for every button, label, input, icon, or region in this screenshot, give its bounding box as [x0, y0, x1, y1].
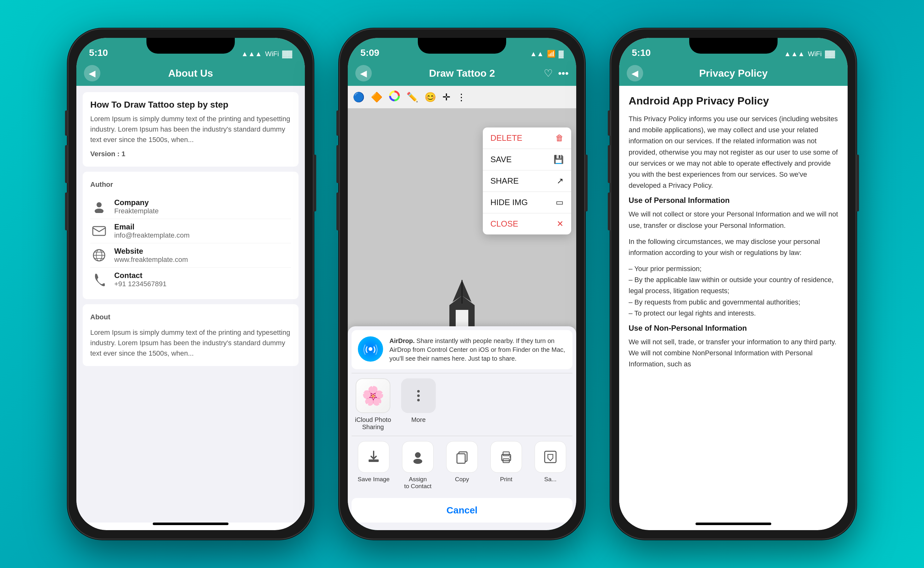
contact-label: Contact [114, 271, 167, 280]
home-indicator [153, 523, 228, 525]
author-row-contact: Contact +91 1234567891 [90, 267, 291, 292]
context-delete[interactable]: DELETE 🗑 [483, 127, 571, 149]
tattoo-nav-bar: ◀ Draw Tattoo 2 ♡ ••• [348, 60, 576, 86]
email-label: Email [114, 222, 190, 231]
context-save[interactable]: SAVE 💾 [483, 149, 571, 171]
about-description: Lorem Ipsum is simply dummy text of the … [90, 327, 291, 358]
heart-icon[interactable]: ♡ [544, 67, 553, 79]
save-image-label: Save Image [358, 476, 390, 483]
mute-button[interactable] [608, 110, 610, 136]
svg-point-0 [97, 202, 102, 207]
personal-info-p2: In the following circumstances, we may d… [629, 236, 838, 258]
person-icon [90, 198, 108, 216]
print-label: Print [500, 476, 512, 483]
volume-up-button[interactable] [608, 145, 610, 183]
move-tool[interactable]: ✛ [442, 92, 450, 103]
company-label: Company [114, 198, 159, 207]
battery-icon: ▓ [559, 50, 564, 58]
nav-bar: ◀ About Us [76, 60, 305, 86]
phone-about-us: 5:10 ▲▲▲ WiFi ▓▓ ◀ About Us How To Draw … [68, 29, 314, 539]
phone-draw-tattoo: 5:09 ▲▲ 📶 ▓ ◀ Draw Tattoo 2 ♡ ••• 🔵 [339, 29, 585, 539]
svg-point-9 [368, 347, 372, 351]
mute-button[interactable] [65, 110, 68, 136]
icloud-photo-sharing[interactable]: 🌸 iCloud PhotoSharing [354, 378, 392, 431]
svg-rect-10 [368, 459, 379, 462]
face-tool[interactable]: 😊 [424, 92, 436, 103]
non-personal-info-heading: Use of Non-Personal Information [629, 324, 838, 332]
personal-info-heading: Use of Personal Information [629, 196, 838, 205]
nav-title: About Us [168, 68, 213, 79]
print-action[interactable]: Print [484, 436, 528, 495]
save-more-action[interactable]: Sa... [528, 436, 572, 495]
airdrop-section: AirDrop. Share instantly with people nea… [352, 330, 572, 369]
pencil-tool[interactable]: ✏️ [406, 92, 418, 103]
power-button[interactable] [856, 155, 859, 211]
icloud-label: iCloud PhotoSharing [355, 416, 391, 431]
share-apps-row: 🌸 iCloud PhotoSharing More [348, 373, 576, 436]
author-row-website: Website www.freaktemplate.com [90, 243, 291, 267]
copy-label: Copy [455, 476, 469, 483]
battery-icon: ▓▓ [825, 50, 835, 58]
nav-right-icons: ♡ ••• [544, 67, 569, 79]
back-button[interactable]: ◀ [355, 65, 372, 82]
personal-info-p1: We will not collect or store your Person… [629, 208, 838, 231]
share-sheet: AirDrop. Share instantly with people nea… [348, 326, 576, 530]
volume-down-button[interactable] [337, 192, 339, 230]
status-icons: ▲▲▲ WiFi ▓▓ [242, 50, 292, 58]
about-section-title: About [90, 312, 291, 322]
palette-tool[interactable] [389, 90, 400, 104]
save-image-action[interactable]: Save Image [352, 436, 396, 495]
hide-img-icon: ▭ [556, 198, 564, 207]
cancel-button[interactable]: Cancel [352, 498, 572, 523]
mute-button[interactable] [337, 110, 339, 136]
author-section-title: Author [90, 179, 291, 190]
tattoo-toolbar: 🔵 🔶 ✏️ 😊 ✛ ⋮ [348, 86, 576, 109]
phone-icon [90, 271, 108, 289]
delete-icon: 🗑 [556, 133, 564, 143]
copy-action[interactable]: Copy [440, 436, 484, 495]
svg-point-12 [414, 459, 422, 464]
power-button[interactable] [314, 155, 316, 211]
privacy-screen-content: Android App Privacy Policy This Privacy … [619, 86, 848, 523]
volume-up-button[interactable] [337, 145, 339, 183]
power-button[interactable] [585, 155, 587, 211]
notch [418, 38, 506, 54]
assign-to-contact-action[interactable]: Assignto Contact [396, 436, 440, 495]
status-time: 5:10 [632, 47, 651, 58]
copy-icon [446, 441, 478, 473]
nav-title: Draw Tattoo 2 [429, 68, 495, 79]
more-icon[interactable]: ••• [558, 68, 569, 79]
volume-up-button[interactable] [65, 145, 68, 183]
back-button[interactable]: ◀ [627, 65, 643, 82]
context-hide-img[interactable]: HIDE IMG ▭ [483, 192, 571, 213]
author-card: Author Company Freaktemplate [83, 172, 299, 299]
email-value: info@freaktemplate.com [114, 231, 190, 239]
more-app-item[interactable]: More [400, 378, 437, 431]
volume-down-button[interactable] [608, 192, 610, 230]
svg-rect-14 [457, 454, 465, 463]
eraser-tool[interactable]: 🔶 [371, 92, 382, 103]
website-label: Website [114, 247, 188, 255]
back-button[interactable]: ◀ [84, 65, 100, 82]
three-dots-icon [417, 390, 420, 401]
wifi-icon: WiFi [265, 50, 279, 58]
status-icons: ▲▲ 📶 ▓ [530, 50, 564, 58]
home-indicator [696, 523, 771, 525]
email-icon [90, 222, 108, 240]
signal-icon: ▲▲ [530, 50, 544, 58]
context-share[interactable]: SHARE ↗ [483, 171, 571, 192]
nav-title: Privacy Policy [699, 68, 767, 79]
signal-icon: ▲▲▲ [784, 50, 805, 58]
volume-down-button[interactable] [65, 192, 68, 230]
notch [689, 38, 778, 54]
save-image-icon [358, 441, 390, 473]
version-text: Version : 1 [90, 149, 291, 159]
signal-icon: ▲▲▲ [242, 50, 262, 58]
save-more-label: Sa... [544, 476, 556, 483]
brush-tool[interactable]: 🔵 [353, 92, 364, 103]
context-close[interactable]: CLOSE ✕ [483, 213, 571, 234]
ellipsis-tool[interactable]: ⋮ [457, 92, 466, 103]
how-to-title: How To Draw Tattoo step by step [90, 100, 291, 110]
non-personal-info-p1: We will not sell, trade, or transfer you… [629, 336, 838, 370]
author-row-company: Company Freaktemplate [90, 195, 291, 219]
